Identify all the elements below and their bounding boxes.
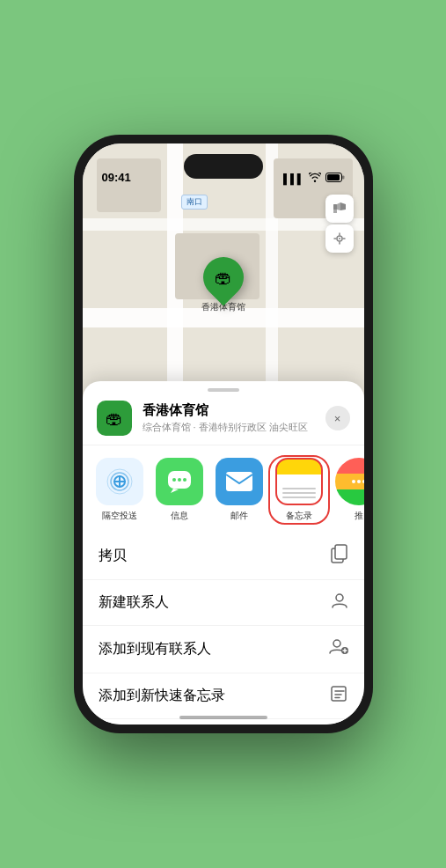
- signal-icon: ▌▌▌: [283, 173, 303, 184]
- notes-lines: [282, 488, 316, 498]
- svg-rect-6: [333, 210, 337, 213]
- action-print[interactable]: 打印: [83, 719, 364, 725]
- location-pin: 🏟 香港体育馆: [201, 257, 245, 313]
- phone-screen: 09:41 ▌▌▌: [83, 143, 364, 725]
- more-label: 推: [355, 510, 363, 522]
- phone-frame: 09:41 ▌▌▌: [74, 135, 373, 733]
- pin-venue-icon: 🏟: [215, 268, 232, 288]
- status-time: 09:41: [102, 171, 131, 184]
- pin-circle: 🏟: [194, 249, 252, 306]
- new-contact-label: 新建联系人: [99, 593, 169, 612]
- venue-name: 香港体育馆: [143, 402, 325, 419]
- new-contact-icon: [331, 592, 348, 614]
- copy-label: 拷贝: [99, 547, 127, 565]
- notes-line-1: [282, 488, 316, 489]
- svg-marker-5: [340, 202, 346, 210]
- messages-label: 信息: [171, 510, 188, 522]
- svg-point-15: [183, 478, 186, 482]
- svg-rect-1: [327, 174, 340, 180]
- location-button[interactable]: [325, 224, 354, 253]
- action-list: 拷贝 新建联系人: [83, 526, 364, 725]
- svg-point-17: [352, 480, 355, 483]
- notes-icon: [275, 458, 323, 505]
- map-label-south: 南口: [181, 195, 208, 210]
- share-item-mail[interactable]: 邮件: [211, 458, 267, 522]
- map-type-button[interactable]: [325, 195, 354, 223]
- svg-rect-2: [342, 176, 345, 180]
- airdrop-label: 隔空投送: [102, 510, 137, 522]
- action-add-quick-note[interactable]: 添加到新快速备忘录: [83, 673, 364, 719]
- svg-point-14: [178, 478, 181, 482]
- svg-point-13: [172, 478, 176, 482]
- add-existing-label: 添加到现有联系人: [99, 640, 211, 658]
- svg-rect-25: [332, 687, 346, 701]
- share-item-airdrop[interactable]: 隔空投送: [91, 458, 148, 522]
- airdrop-icon: [96, 458, 143, 505]
- svg-rect-3: [333, 204, 337, 210]
- svg-point-8: [339, 238, 340, 239]
- svg-point-19: [362, 480, 364, 483]
- messages-icon: [156, 458, 203, 505]
- svg-rect-21: [335, 545, 347, 559]
- map-controls: [325, 195, 354, 253]
- wifi-icon: [309, 173, 321, 184]
- share-item-notes[interactable]: 备忘录: [271, 458, 327, 522]
- svg-point-18: [357, 480, 361, 483]
- battery-icon: [325, 173, 345, 184]
- action-new-contact[interactable]: 新建联系人: [83, 580, 364, 626]
- more-icon: [335, 458, 364, 505]
- add-existing-icon: [329, 637, 348, 661]
- venue-header: 🏟 香港体育馆 综合体育馆 · 香港特别行政区 油尖旺区 ×: [83, 392, 364, 445]
- share-item-more[interactable]: 推: [331, 458, 364, 522]
- add-quick-note-icon: [331, 685, 348, 707]
- venue-subtitle: 综合体育馆 · 香港特别行政区 油尖旺区: [143, 421, 325, 434]
- close-button[interactable]: ×: [325, 406, 350, 430]
- svg-point-23: [333, 640, 340, 647]
- bottom-sheet: 🏟 香港体育馆 综合体育馆 · 香港特别行政区 油尖旺区 ×: [83, 381, 364, 725]
- svg-point-22: [336, 594, 343, 601]
- share-actions-row: 隔空投送 信息: [83, 445, 364, 526]
- notes-line-2: [282, 492, 316, 494]
- venue-info: 香港体育馆 综合体育馆 · 香港特别行政区 油尖旺区: [143, 402, 325, 434]
- mail-label: 邮件: [230, 510, 248, 522]
- mail-icon: [216, 458, 263, 505]
- action-add-existing-contact[interactable]: 添加到现有联系人: [83, 626, 364, 673]
- share-item-messages[interactable]: 信息: [151, 458, 208, 522]
- dynamic-island: [184, 154, 263, 179]
- notes-label: 备忘录: [286, 510, 312, 522]
- home-indicator: [179, 716, 267, 719]
- road-horizontal-2: [83, 218, 364, 231]
- svg-rect-16: [226, 472, 252, 491]
- action-copy[interactable]: 拷贝: [83, 533, 364, 580]
- venue-icon: 🏟: [97, 401, 132, 436]
- status-icons: ▌▌▌: [283, 173, 344, 184]
- copy-icon: [331, 544, 348, 568]
- add-quick-note-label: 添加到新快速备忘录: [99, 687, 225, 705]
- svg-marker-4: [337, 202, 340, 210]
- notes-line-3: [282, 497, 316, 498]
